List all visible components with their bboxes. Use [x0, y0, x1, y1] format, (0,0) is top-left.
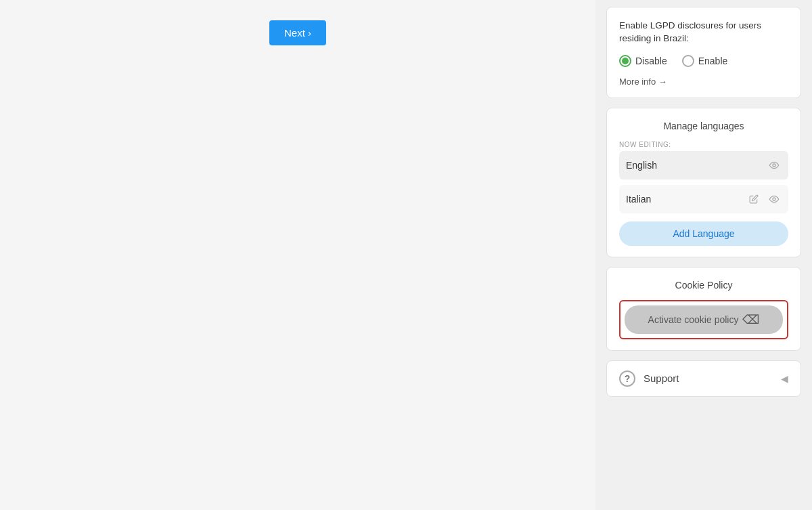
italian-edit-icon-btn[interactable]	[746, 192, 761, 207]
english-row: NOW EDITING: English	[619, 141, 788, 179]
english-icons	[767, 158, 782, 173]
question-mark-icon: ?	[619, 370, 635, 387]
main-container: Next › Enable LGPD disclosures for users…	[0, 0, 812, 510]
cookie-policy-title: Cookie Policy	[619, 280, 788, 291]
disable-label: Disable	[635, 56, 667, 66]
support-label: Support	[644, 373, 679, 384]
cookie-policy-card: Cookie Policy Activate cookie policy ⌫	[606, 267, 801, 351]
more-info-text: More info →	[619, 77, 667, 87]
activate-cookie-policy-button[interactable]: Activate cookie policy ⌫	[625, 305, 783, 334]
activate-btn-wrapper: Activate cookie policy ⌫	[619, 300, 788, 339]
italian-icons	[746, 192, 782, 207]
left-panel: Next ›	[0, 0, 595, 510]
next-button-label: Next ›	[284, 27, 311, 39]
chevron-left-icon: ◀	[781, 373, 788, 384]
activate-cookie-label: Activate cookie policy	[648, 314, 739, 325]
more-info-link[interactable]: More info →	[619, 77, 788, 87]
eye-icon-italian	[769, 194, 780, 205]
pencil-icon	[749, 194, 759, 204]
right-panel: Enable LGPD disclosures for users residi…	[595, 0, 812, 510]
manage-languages-card: Manage languages NOW EDITING: English	[606, 108, 801, 257]
english-language-row: English	[619, 151, 788, 179]
english-view-icon-btn[interactable]	[767, 158, 782, 173]
enable-radio[interactable]	[682, 55, 694, 67]
italian-language-row: Italian	[619, 185, 788, 213]
svg-point-0	[773, 164, 775, 167]
enable-option[interactable]: Enable	[682, 55, 728, 67]
next-button[interactable]: Next ›	[269, 20, 326, 45]
manage-languages-title: Manage languages	[619, 121, 788, 131]
support-left: ? Support	[619, 370, 679, 387]
svg-point-1	[773, 198, 775, 200]
lgpd-title: Enable LGPD disclosures for users residi…	[619, 20, 788, 45]
italian-view-icon-btn[interactable]	[767, 192, 782, 207]
disable-radio[interactable]	[619, 55, 631, 67]
question-mark-text: ?	[625, 373, 631, 384]
support-card[interactable]: ? Support ◀	[606, 360, 801, 397]
now-editing-label: NOW EDITING:	[619, 141, 788, 148]
italian-label: Italian	[626, 194, 651, 205]
add-language-button[interactable]: Add Language	[619, 221, 788, 246]
disable-option[interactable]: Disable	[619, 55, 667, 67]
radio-group: Disable Enable	[619, 55, 788, 67]
eye-icon	[769, 160, 780, 171]
add-language-label: Add Language	[673, 228, 734, 239]
cursor-icon: ⌫	[742, 312, 759, 327]
enable-label: Enable	[698, 56, 728, 66]
english-label: English	[626, 160, 657, 171]
lgpd-card: Enable LGPD disclosures for users residi…	[606, 7, 801, 98]
